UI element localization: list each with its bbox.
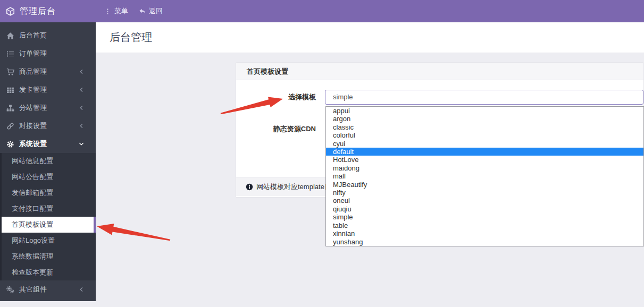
back-button-label: 返回 <box>149 6 163 16</box>
chevron-left-icon <box>79 69 84 74</box>
sidebar-subitem-2[interactable]: 发信邮箱配置 <box>2 185 96 201</box>
dropdown-option[interactable]: argon <box>326 115 643 123</box>
sidebar-subitem-label: 网站Logo设置 <box>12 236 55 245</box>
sidebar-item-3[interactable]: 发卡管理 <box>0 81 96 99</box>
chevron-left-icon <box>79 287 84 292</box>
sidebar-item-1[interactable]: 订单管理 <box>0 45 96 63</box>
sidebar-subitem-3[interactable]: 支付接口配置 <box>2 201 96 217</box>
dropdown-option[interactable]: cyui <box>326 140 643 148</box>
list-icon <box>6 50 14 58</box>
page-title: 后台管理 <box>110 30 152 45</box>
sidebar-item-label: 商品管理 <box>19 67 47 76</box>
sidebar-subitem-0[interactable]: 网站信息配置 <box>2 153 96 169</box>
grid-icon <box>6 86 14 94</box>
dropdown-option[interactable]: yunshang <box>326 238 643 246</box>
chevron-left-icon <box>79 87 84 92</box>
sidebar-item-label: 订单管理 <box>19 49 47 58</box>
template-dropdown-list: appuiargonclassiccolorfulcyuidefaultHotL… <box>325 106 644 246</box>
sidebar-subitem-6[interactable]: 系统数据清理 <box>2 249 96 265</box>
sidebar-submenu: 网站信息配置网站公告配置发信邮箱配置支付接口配置首页模板设置网站Logo设置系统… <box>0 153 96 280</box>
annotation-arrow-to-sidebar-item <box>97 224 170 241</box>
reply-icon <box>139 8 146 15</box>
sidebar-item-label: 分站管理 <box>19 103 47 113</box>
chevron-left-icon <box>79 105 84 110</box>
sidebar-bottom-item-0[interactable]: 其它组件 <box>0 280 96 299</box>
dropdown-option[interactable]: mall <box>326 172 643 180</box>
dropdown-option[interactable]: colorful <box>326 131 643 139</box>
dropdown-option[interactable]: oneui <box>326 197 643 204</box>
sidebar-item-label: 其它组件 <box>19 285 47 294</box>
sidebar-subitem-label: 网站公告配置 <box>12 172 53 182</box>
dropdown-option[interactable]: appui <box>326 107 643 115</box>
content-header: 后台管理 <box>96 22 644 53</box>
sidebar-subitem-label: 检查版本更新 <box>12 268 53 277</box>
dropdown-option[interactable]: HotLove <box>326 156 643 164</box>
menu-button[interactable]: 菜单 <box>99 0 133 22</box>
sidebar-bottom-menu: 其它组件 <box>0 280 96 299</box>
sidebar-subitem-7[interactable]: 检查版本更新 <box>2 265 96 280</box>
template-select[interactable]: simple <box>325 90 643 105</box>
dropdown-option[interactable]: qiuqiu <box>326 205 643 213</box>
topbar: 管理后台 菜单 返回 <box>0 0 644 22</box>
panel-title: 首页模板设置 <box>236 63 643 80</box>
sidebar-item-4[interactable]: 分站管理 <box>0 99 96 117</box>
link-icon <box>6 122 14 130</box>
sidebar-subitem-4[interactable]: 首页模板设置 <box>2 217 96 233</box>
sidebar-item-2[interactable]: 商品管理 <box>0 63 96 81</box>
template-select-value: simple <box>333 93 353 101</box>
brand[interactable]: 管理后台 <box>0 6 96 17</box>
sidebar-item-label: 系统设置 <box>19 139 47 149</box>
sidebar-subitem-1[interactable]: 网站公告配置 <box>2 169 96 185</box>
sitemap-icon <box>6 104 14 112</box>
chevron-down-icon <box>79 141 84 147</box>
sidebar-item-0[interactable]: 后台首页 <box>0 27 96 45</box>
sidebar-subitem-label: 支付接口配置 <box>12 204 53 214</box>
dropdown-option[interactable]: simple <box>326 213 643 221</box>
sidebar-item-label: 后台首页 <box>19 31 47 40</box>
back-button[interactable]: 返回 <box>133 0 168 22</box>
template-select-row: 选择模板 simple <box>236 90 643 105</box>
cube-icon <box>6 7 15 16</box>
gears-icon <box>6 286 14 294</box>
dropdown-option[interactable]: table <box>326 221 643 229</box>
sidebar-item-label: 对接设置 <box>19 121 47 131</box>
sidebar-subitem-label: 发信邮箱配置 <box>12 188 53 198</box>
sidebar-subitem-5[interactable]: 网站Logo设置 <box>2 233 96 249</box>
menu-button-label: 菜单 <box>114 6 128 16</box>
sidebar-subitem-label: 网站信息配置 <box>12 156 53 166</box>
sidebar-subitem-label: 系统数据清理 <box>12 252 53 261</box>
sidebar-main-menu: 后台首页订单管理商品管理发卡管理分站管理对接设置系统设置 <box>0 22 96 153</box>
gear-icon <box>6 140 14 148</box>
dropdown-option[interactable]: xinnian <box>326 229 643 237</box>
info-icon <box>246 183 253 191</box>
menu-dots-icon <box>104 8 111 15</box>
sidebar-item-5[interactable]: 对接设置 <box>0 117 96 135</box>
dropdown-option[interactable]: MJBeautify <box>326 181 643 189</box>
dropdown-option[interactable]: default <box>326 148 643 156</box>
sidebar-item-6[interactable]: 系统设置 <box>0 135 96 153</box>
cart-icon <box>6 68 14 76</box>
topbar-actions: 菜单 返回 <box>99 0 168 22</box>
dropdown-option[interactable]: maidong <box>326 164 643 172</box>
dropdown-option[interactable]: nifty <box>326 189 643 197</box>
brand-title: 管理后台 <box>20 6 56 17</box>
cdn-label: 静态资源CDN <box>236 122 316 137</box>
sidebar: 后台首页订单管理商品管理发卡管理分站管理对接设置系统设置 网站信息配置网站公告配… <box>0 22 96 301</box>
sidebar-item-label: 发卡管理 <box>19 85 47 95</box>
sidebar-subitem-label: 首页模板设置 <box>12 220 53 229</box>
home-icon <box>6 32 14 40</box>
chevron-left-icon <box>79 123 84 129</box>
dropdown-option[interactable]: classic <box>326 123 643 131</box>
template-select-label: 选择模板 <box>236 90 316 105</box>
panel-note-text: 网站模板对应template目 <box>256 182 331 192</box>
